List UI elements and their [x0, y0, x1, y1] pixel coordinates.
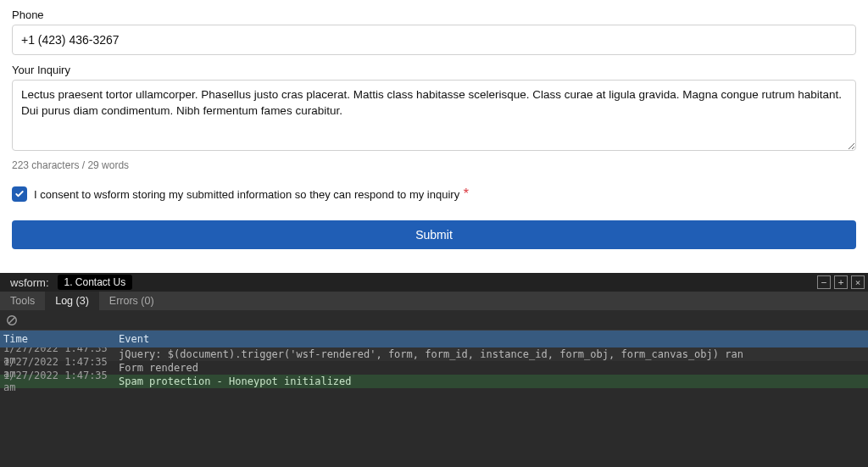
spacer: [0, 249, 868, 273]
consent-text: I consent to wsform storing my submitted…: [34, 188, 459, 201]
debug-toolbar: [0, 310, 868, 331]
log-event: Form rendered: [119, 362, 868, 374]
log-col-event: Event: [119, 333, 868, 345]
debug-panel: wsform: 1. Contact Us − + × Tools Log (3…: [0, 273, 868, 467]
tab-errors[interactable]: Errors (0): [99, 292, 164, 310]
log-row: 1/27/2022 1:47:35 am Spam protection - H…: [0, 375, 868, 388]
log-col-time: Time: [0, 333, 119, 345]
submit-label: Submit: [415, 228, 453, 242]
tab-tools[interactable]: Tools: [0, 292, 45, 310]
clear-log-icon[interactable]: [5, 314, 19, 327]
log-header: Time Event: [0, 331, 868, 347]
inquiry-label: Your Inquiry: [12, 64, 856, 76]
debug-tabs: Tools Log (3) Errors (0): [0, 292, 868, 310]
submit-button[interactable]: Submit: [12, 220, 856, 249]
log-event: jQuery: $(document).trigger('wsf-rendere…: [119, 348, 868, 360]
consent-checkbox[interactable]: [12, 186, 27, 202]
required-marker: *: [464, 186, 469, 201]
check-icon: [14, 189, 25, 199]
minimize-icon[interactable]: −: [817, 275, 831, 289]
tab-log[interactable]: Log (3): [45, 292, 99, 310]
phone-label: Phone: [12, 8, 856, 21]
svg-line-1: [9, 317, 15, 323]
log-row: 1/27/2022 1:47:35 am Form rendered: [0, 361, 868, 375]
form-area: Phone Your Inquiry Lectus praesent torto…: [0, 0, 868, 249]
inquiry-textarea[interactable]: Lectus praesent tortor ullamcorper. Phas…: [12, 80, 856, 151]
debug-brand: wsform:: [3, 276, 56, 289]
debug-titlebar: wsform: 1. Contact Us − + ×: [0, 273, 868, 292]
log-time: 1/27/2022 1:47:35 am: [0, 370, 119, 393]
consent-text-wrap: I consent to wsform storing my submitted…: [34, 186, 469, 202]
log-rows[interactable]: 1/27/2022 1:47:35 am jQuery: $(document)…: [0, 347, 868, 467]
debug-form-chip[interactable]: 1. Contact Us: [58, 275, 133, 290]
character-counter: 223 characters / 29 words: [12, 159, 856, 171]
phone-input[interactable]: [12, 25, 856, 55]
expand-icon[interactable]: +: [834, 275, 848, 289]
log-event: Spam protection - Honeypot initialized: [119, 375, 868, 387]
consent-row: I consent to wsform storing my submitted…: [12, 186, 856, 202]
close-icon[interactable]: ×: [851, 275, 865, 289]
log-row: 1/27/2022 1:47:35 am jQuery: $(document)…: [0, 347, 868, 361]
